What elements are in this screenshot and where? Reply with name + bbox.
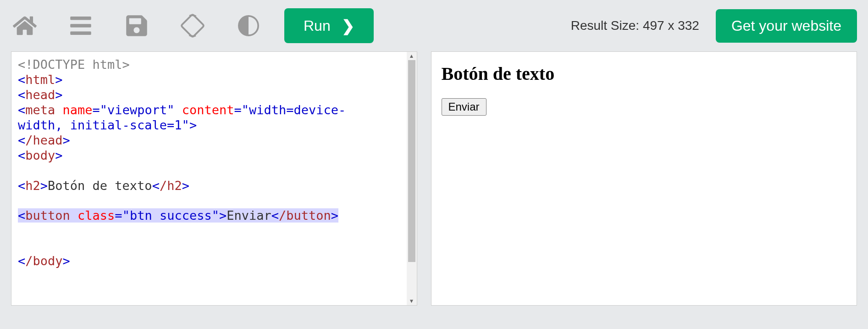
- code-editor[interactable]: <!DOCTYPE html> <html> <head> <meta name…: [11, 52, 407, 305]
- menu-icon[interactable]: [67, 12, 94, 39]
- result-heading: Botón de texto: [442, 63, 847, 84]
- result-submit-button[interactable]: Enviar: [442, 98, 487, 116]
- scrollbar-thumb[interactable]: [408, 60, 415, 262]
- panels: <!DOCTYPE html> <html> <head> <meta name…: [0, 49, 868, 317]
- run-button-label: Run: [304, 17, 331, 34]
- scrollbar-down-icon[interactable]: ▼: [407, 297, 417, 305]
- toolbar: Run ❯ Result Size: 497 x 332 Get your we…: [0, 0, 868, 49]
- save-icon[interactable]: [123, 12, 150, 39]
- toolbar-left: [11, 12, 262, 39]
- orientation-icon[interactable]: [179, 12, 206, 39]
- editor-scrollbar[interactable]: ▲ ▼: [407, 52, 417, 305]
- get-website-button[interactable]: Get your website: [716, 9, 857, 43]
- theme-icon[interactable]: [235, 12, 262, 39]
- home-icon[interactable]: [11, 12, 39, 39]
- chevron-right-icon: ❯: [342, 17, 354, 35]
- result-panel: Botón de texto Enviar: [431, 51, 857, 306]
- toolbar-right: Result Size: 497 x 332 Get your website: [571, 9, 857, 43]
- editor-panel: <!DOCTYPE html> <html> <head> <meta name…: [11, 51, 417, 306]
- scrollbar-up-icon[interactable]: ▲: [407, 52, 417, 60]
- result-size-label: Result Size: 497 x 332: [571, 18, 699, 33]
- run-button[interactable]: Run ❯: [284, 8, 374, 43]
